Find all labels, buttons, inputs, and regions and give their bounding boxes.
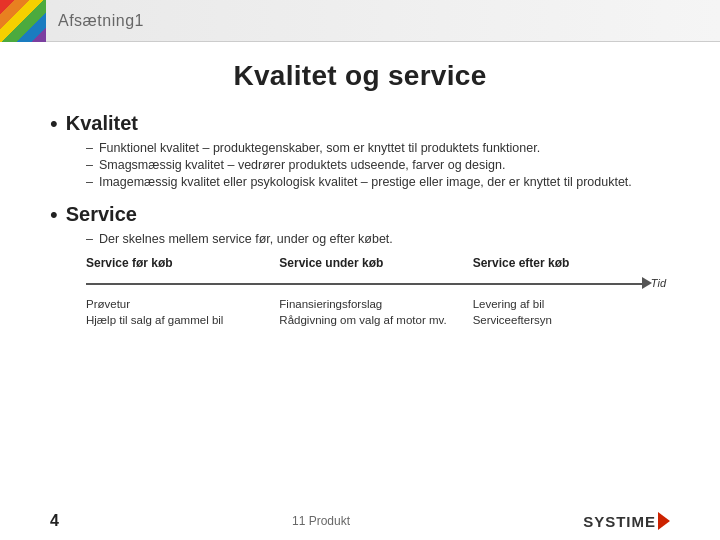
- sub-item-text: Imagemæssig kvalitet eller psykologisk k…: [99, 175, 632, 189]
- brand-arrow-icon: [658, 512, 670, 530]
- list-item: Serviceeftersyn: [473, 312, 666, 328]
- col-header-3: Service efter køb: [473, 256, 570, 270]
- footer: 4 11 Produkt SYSTIME: [0, 512, 720, 530]
- diagram-col-1: Service før køb: [86, 254, 279, 270]
- list-item: Finansieringsforslag: [279, 296, 472, 312]
- page-number: 4: [50, 512, 59, 530]
- brand-name: SYSTIME: [583, 513, 656, 530]
- service-note-text: Der skelnes mellem service før, under og…: [99, 232, 393, 246]
- header-title-text: Afsætning: [58, 12, 135, 29]
- sub-item-text: Smagsmæssig kvalitet – vedrører produkte…: [99, 158, 505, 172]
- section-kvalitet: • Kvalitet Funktionel kvalitet – produkt…: [50, 112, 670, 189]
- section-header-kvalitet: • Kvalitet: [50, 112, 670, 135]
- diagram-col-content-1: Prøvetur Hjælp til salg af gammel bil: [86, 296, 279, 328]
- diagram-col-content-2: Finansieringsforslag Rådgivning om valg …: [279, 296, 472, 328]
- timeline-label: Tid: [651, 277, 666, 289]
- timeline-arrow: Tid: [86, 274, 666, 292]
- list-item: Levering af bil: [473, 296, 666, 312]
- bullet-icon: •: [50, 204, 58, 226]
- diagram-col-2: Service under køb: [279, 254, 472, 270]
- service-note: Der skelnes mellem service før, under og…: [86, 232, 670, 246]
- timeline-line: [86, 283, 646, 285]
- section-title-kvalitet: Kvalitet: [66, 112, 138, 135]
- list-item: Prøvetur: [86, 296, 279, 312]
- slide-title: Kvalitet og service: [50, 60, 670, 92]
- sub-item-text: Funktionel kvalitet – produktegenskaber,…: [99, 141, 540, 155]
- col-header-2: Service under køb: [279, 256, 383, 270]
- footer-center-text: 11 Produkt: [292, 514, 350, 528]
- bullet-icon: •: [50, 113, 58, 135]
- timeline-section: Der skelnes mellem service før, under og…: [86, 232, 670, 328]
- list-item: Imagemæssig kvalitet eller psykologisk k…: [86, 175, 670, 189]
- list-item: Funktionel kvalitet – produktegenskaber,…: [86, 141, 670, 155]
- section-header-service: • Service: [50, 203, 670, 226]
- logo-icon: [0, 0, 46, 42]
- diagram-col-content-3: Levering af bil Serviceeftersyn: [473, 296, 666, 328]
- kvalitet-sub-items: Funktionel kvalitet – produktegenskaber,…: [86, 141, 670, 189]
- diagram-headers: Service før køb Service under køb Servic…: [86, 254, 666, 270]
- diagram-content: Prøvetur Hjælp til salg af gammel bil Fi…: [86, 296, 666, 328]
- header-number: 1: [135, 12, 144, 29]
- section-service: • Service Der skelnes mellem service før…: [50, 203, 670, 328]
- list-item: Rådgivning om valg af motor mv.: [279, 312, 472, 328]
- header-title: Afsætning1: [46, 12, 144, 30]
- diagram-col-3: Service efter køb: [473, 254, 666, 270]
- list-item: Hjælp til salg af gammel bil: [86, 312, 279, 328]
- service-diagram: Service før køb Service under køb Servic…: [86, 254, 666, 328]
- section-title-service: Service: [66, 203, 137, 226]
- col-header-1: Service før køb: [86, 256, 173, 270]
- list-item: Smagsmæssig kvalitet – vedrører produkte…: [86, 158, 670, 172]
- header-bar: Afsætning1: [0, 0, 720, 42]
- main-content: Kvalitet og service • Kvalitet Funktione…: [0, 42, 720, 352]
- brand-logo: SYSTIME: [583, 512, 670, 530]
